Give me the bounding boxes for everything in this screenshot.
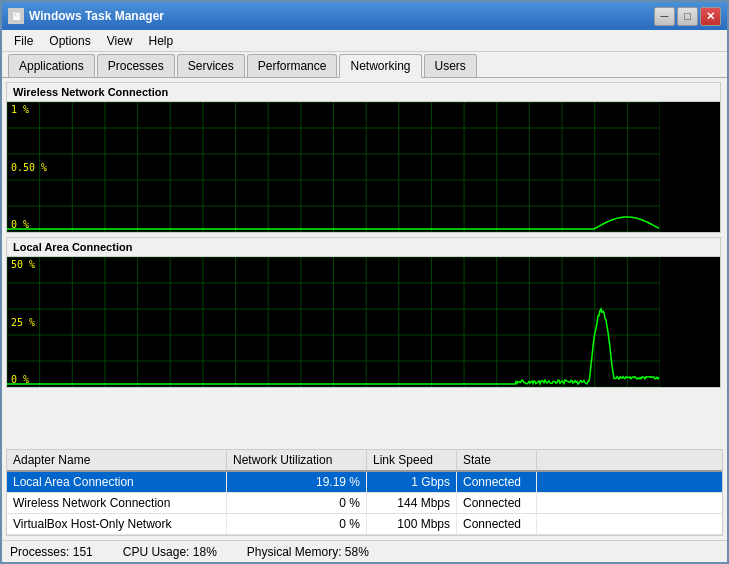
local-canvas — [7, 257, 660, 387]
cpu-label: CPU Usage: — [123, 545, 190, 559]
table-header: Adapter Name Network Utilization Link Sp… — [7, 450, 722, 472]
table-row[interactable]: Wireless Network Connection 0 % 144 Mbps… — [7, 493, 722, 514]
memory-label: Physical Memory: — [247, 545, 342, 559]
tab-performance[interactable]: Performance — [247, 54, 338, 77]
wireless-chart-title: Wireless Network Connection — [7, 83, 720, 102]
tab-applications[interactable]: Applications — [8, 54, 95, 77]
network-table: Adapter Name Network Utilization Link Sp… — [6, 449, 723, 536]
tab-services[interactable]: Services — [177, 54, 245, 77]
menu-file[interactable]: File — [6, 32, 41, 50]
status-memory: Physical Memory: 58% — [247, 545, 369, 559]
task-manager-window: 🖥 Windows Task Manager ─ □ ✕ File Option… — [0, 0, 729, 564]
local-label-bot: 0 % — [11, 374, 63, 385]
row3-utilization: 0 % — [227, 514, 367, 534]
local-chart-labels: 50 % 25 % 0 % — [7, 257, 67, 387]
row1-speed: 1 Gbps — [367, 472, 457, 492]
cpu-value: 18% — [193, 545, 217, 559]
tab-networking[interactable]: Networking — [339, 54, 421, 78]
col-state: State — [457, 450, 537, 470]
local-chart-title: Local Area Connection — [7, 238, 720, 257]
processes-label: Processes: — [10, 545, 69, 559]
wireless-chart-labels: 1 % 0.50 % 0 % — [7, 102, 67, 232]
row2-adapter: Wireless Network Connection — [7, 493, 227, 513]
col-utilization: Network Utilization — [227, 450, 367, 470]
status-cpu: CPU Usage: 18% — [123, 545, 217, 559]
local-chart-panel: Local Area Connection 50 % 25 % 0 % — [6, 237, 721, 388]
tab-processes[interactable]: Processes — [97, 54, 175, 77]
local-chart-body: 50 % 25 % 0 % — [7, 257, 720, 387]
row2-speed: 144 Mbps — [367, 493, 457, 513]
window-controls: ─ □ ✕ — [654, 7, 721, 26]
row1-utilization: 19.19 % — [227, 472, 367, 492]
tab-users[interactable]: Users — [424, 54, 477, 77]
main-content: Wireless Network Connection 1 % 0.50 % 0… — [2, 78, 727, 540]
col-speed: Link Speed — [367, 450, 457, 470]
row3-speed: 100 Mbps — [367, 514, 457, 534]
wireless-label-bot: 0 % — [11, 219, 63, 230]
local-label-top: 50 % — [11, 259, 63, 270]
wireless-label-mid: 0.50 % — [11, 162, 63, 173]
table-row[interactable]: VirtualBox Host-Only Network 0 % 100 Mbp… — [7, 514, 722, 535]
wireless-chart-panel: Wireless Network Connection 1 % 0.50 % 0… — [6, 82, 721, 233]
scroll-container[interactable]: Wireless Network Connection 1 % 0.50 % 0… — [6, 82, 723, 447]
status-processes: Processes: 151 — [10, 545, 93, 559]
maximize-button[interactable]: □ — [677, 7, 698, 26]
menu-options[interactable]: Options — [41, 32, 98, 50]
row1-state: Connected — [457, 472, 537, 492]
wireless-chart-body: 1 % 0.50 % 0 % — [7, 102, 720, 232]
row1-adapter: Local Area Connection — [7, 472, 227, 492]
wireless-canvas — [7, 102, 660, 232]
charts-area: Wireless Network Connection 1 % 0.50 % 0… — [6, 82, 723, 447]
memory-value: 58% — [345, 545, 369, 559]
row3-state: Connected — [457, 514, 537, 534]
status-bar: Processes: 151 CPU Usage: 18% Physical M… — [2, 540, 727, 562]
window-title: Windows Task Manager — [29, 9, 654, 23]
table-row[interactable]: Local Area Connection 19.19 % 1 Gbps Con… — [7, 472, 722, 493]
row3-adapter: VirtualBox Host-Only Network — [7, 514, 227, 534]
processes-value: 151 — [73, 545, 93, 559]
col-adapter: Adapter Name — [7, 450, 227, 470]
menu-bar: File Options View Help — [2, 30, 727, 52]
tabs-bar: Applications Processes Services Performa… — [2, 52, 727, 78]
menu-view[interactable]: View — [99, 32, 141, 50]
wireless-label-top: 1 % — [11, 104, 63, 115]
row2-utilization: 0 % — [227, 493, 367, 513]
row2-state: Connected — [457, 493, 537, 513]
app-icon: 🖥 — [8, 8, 24, 24]
title-bar: 🖥 Windows Task Manager ─ □ ✕ — [2, 2, 727, 30]
local-label-mid: 25 % — [11, 317, 63, 328]
menu-help[interactable]: Help — [141, 32, 182, 50]
minimize-button[interactable]: ─ — [654, 7, 675, 26]
close-button[interactable]: ✕ — [700, 7, 721, 26]
